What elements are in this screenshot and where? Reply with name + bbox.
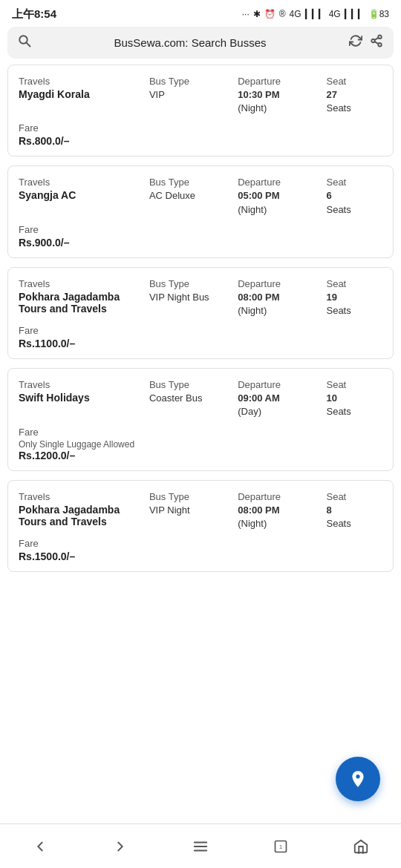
svg-line-6 — [374, 38, 378, 40]
back-button[interactable] — [22, 829, 58, 864]
4g-icon2: 4G — [329, 9, 341, 19]
departure-label: Departure — [238, 491, 322, 502]
fare-value: Rs.800.0/– — [19, 135, 382, 147]
svg-text:1: 1 — [279, 844, 282, 850]
departure-label: Departure — [238, 177, 322, 188]
seats-unit: Seats — [326, 304, 382, 318]
address-bar[interactable]: BusSewa.com: Search Busses — [7, 27, 394, 59]
seats-unit: Seats — [326, 102, 382, 115]
reload-icon[interactable] — [349, 34, 362, 51]
bus-card[interactable]: Travels Swift Holidays Bus Type Coaster … — [7, 368, 394, 470]
bottom-nav: 1 — [0, 823, 401, 868]
alarm-icon: ⏰ — [264, 9, 276, 19]
travels-label: Travels — [19, 379, 145, 390]
travels-name: Pokhara Jagadamba Tours and Travels — [19, 291, 145, 315]
signal-dots: ··· — [242, 9, 250, 19]
fare-note: Only Single Luggage Allowed — [19, 439, 382, 450]
fare-label: Fare — [19, 224, 382, 235]
fab-button[interactable] — [336, 757, 380, 801]
bus-card[interactable]: Travels Pokhara Jagadamba Tours and Trav… — [7, 480, 394, 572]
bus-card[interactable]: Travels Syangja AC Bus Type AC Deluxe De… — [7, 165, 394, 257]
seat-count: 6 — [326, 189, 382, 203]
travels-name: Pokhara Jagadamba Tours and Travels — [19, 504, 145, 527]
travels-label: Travels — [19, 76, 145, 87]
bustype-value: VIP Night Bus — [149, 291, 233, 304]
seat-count: 8 — [326, 504, 382, 517]
fare-label: Fare — [19, 427, 382, 438]
registered-icon: ® — [279, 9, 286, 19]
svg-line-5 — [374, 42, 378, 44]
bustype-value: Coaster Bus — [149, 392, 233, 405]
fare-value: Rs.1200.0/– — [19, 450, 382, 461]
fare-value: Rs.1500.0/– — [19, 550, 382, 562]
seats-unit: Seats — [326, 203, 382, 217]
travels-name: Syangja AC — [19, 189, 145, 201]
travels-label: Travels — [19, 278, 145, 289]
seat-label: Seat — [326, 278, 382, 289]
travels-name: Swift Holidays — [19, 392, 145, 404]
fare-label: Fare — [19, 325, 382, 336]
departure-time: 10:30 PM — [238, 88, 322, 102]
signal-bar2: ▎▎▎ — [345, 9, 365, 19]
bus-card[interactable]: Travels Myagdi Korala Bus Type VIP Depar… — [7, 65, 394, 157]
seat-count: 10 — [326, 392, 382, 405]
bustype-label: Bus Type — [149, 491, 233, 502]
search-icon — [18, 34, 31, 51]
seat-label: Seat — [326, 491, 382, 502]
4g-icon1: 4G — [290, 9, 301, 19]
bustype-value: VIP Night — [149, 504, 233, 517]
svg-line-1 — [27, 43, 30, 47]
fare-label: Fare — [19, 122, 382, 134]
fare-label: Fare — [19, 538, 382, 549]
menu-button[interactable] — [183, 829, 218, 864]
departure-time: 08:00 PM — [238, 504, 322, 517]
signal-bar1: ▎▎▎ — [305, 9, 325, 19]
departure-time: 08:00 PM — [238, 291, 322, 304]
share-icon[interactable] — [370, 34, 383, 51]
fare-value: Rs.900.0/– — [19, 237, 382, 249]
status-time: 上午8:54 — [12, 7, 56, 22]
bus-card[interactable]: Travels Pokhara Jagadamba Tours and Trav… — [7, 267, 394, 359]
bustype-value: VIP — [149, 88, 233, 102]
home-button[interactable] — [343, 829, 379, 864]
departure-note: (Night) — [238, 304, 322, 318]
travels-name: Myagdi Korala — [19, 88, 145, 100]
url-text: BusSewa.com: Search Busses — [39, 36, 342, 49]
departure-time: 05:00 PM — [238, 189, 322, 203]
departure-note: (Night) — [238, 517, 322, 530]
battery-icon: 🔋83 — [368, 9, 389, 19]
bus-list: Travels Myagdi Korala Bus Type VIP Depar… — [0, 65, 401, 572]
departure-label: Departure — [238, 278, 322, 289]
bluetooth-icon: ✱ — [253, 9, 261, 19]
travels-label: Travels — [19, 177, 145, 188]
seat-label: Seat — [326, 177, 382, 188]
departure-label: Departure — [238, 379, 322, 390]
departure-note: (Night) — [238, 203, 322, 217]
bustype-label: Bus Type — [149, 177, 233, 188]
fare-value: Rs.1100.0/– — [19, 338, 382, 349]
bustype-value: AC Deluxe — [149, 189, 233, 203]
bustype-label: Bus Type — [149, 278, 233, 289]
seat-label: Seat — [326, 379, 382, 390]
travels-label: Travels — [19, 491, 145, 502]
seat-label: Seat — [326, 76, 382, 87]
seats-unit: Seats — [326, 405, 382, 418]
status-bar: 上午8:54 ··· ✱ ⏰ ® 4G ▎▎▎ 4G ▎▎▎ 🔋83 — [0, 0, 401, 27]
tab-button[interactable]: 1 — [263, 829, 299, 864]
departure-label: Departure — [238, 76, 322, 87]
departure-note: (Day) — [238, 405, 322, 418]
status-icons: ··· ✱ ⏰ ® 4G ▎▎▎ 4G ▎▎▎ 🔋83 — [242, 9, 389, 19]
seat-count: 19 — [326, 291, 382, 304]
bustype-label: Bus Type — [149, 76, 233, 87]
seat-count: 27 — [326, 88, 382, 102]
departure-time: 09:00 AM — [238, 392, 322, 405]
forward-button[interactable] — [102, 829, 138, 864]
seats-unit: Seats — [326, 517, 382, 530]
departure-note: (Night) — [238, 102, 322, 115]
bustype-label: Bus Type — [149, 379, 233, 390]
